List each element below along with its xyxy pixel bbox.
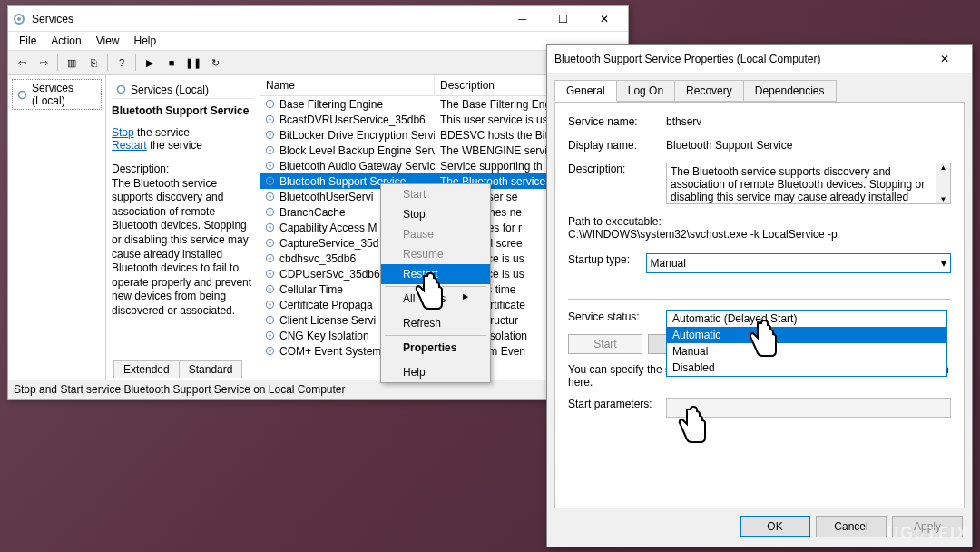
svg-point-21 (269, 226, 270, 228)
svg-point-1 (17, 17, 21, 21)
description-label: Description: (568, 163, 666, 175)
gear-icon (264, 98, 276, 110)
gear-icon (264, 129, 276, 141)
description-text: The Bluetooth service supports discovery… (112, 177, 254, 319)
export-button[interactable]: ⎘ (83, 53, 103, 73)
svg-point-7 (269, 118, 270, 120)
menu-file[interactable]: File (12, 33, 44, 49)
scrollbar[interactable]: ▲▼ (936, 163, 950, 203)
pause-button[interactable]: ❚❚ (183, 53, 203, 73)
start-button[interactable]: Start (568, 334, 642, 354)
gear-icon (264, 252, 276, 264)
combo-option-automatic-delayed-start-[interactable]: Automatic (Delayed Start) (667, 310, 946, 327)
close-button[interactable]: ✕ (924, 47, 965, 71)
close-button[interactable]: ✕ (583, 7, 624, 31)
chevron-down-icon: ▾ (941, 257, 946, 270)
maximize-button[interactable]: ☐ (543, 7, 583, 31)
menu-help[interactable]: Help (127, 33, 164, 49)
gear-icon (264, 113, 276, 125)
statusbar: Stop and Start service Bluetooth Support… (8, 380, 628, 399)
cancel-button[interactable]: Cancel (816, 516, 887, 537)
tab-dependencies[interactable]: Dependencies (743, 80, 837, 102)
svg-point-33 (269, 319, 270, 320)
dialog-title: Bluetooth Support Service Properties (Lo… (554, 53, 924, 65)
svg-point-37 (269, 350, 270, 351)
ctx-start: Start (381, 184, 490, 204)
back-button[interactable]: ⇦ (12, 53, 32, 73)
svg-point-31 (269, 303, 270, 305)
start-params-input (666, 398, 951, 418)
ctx-refresh[interactable]: Refresh (381, 313, 490, 333)
display-name-label: Display name: (568, 139, 666, 152)
ok-button[interactable]: OK (740, 516, 810, 537)
selected-service-title: Bluetooth Support Service (112, 104, 254, 117)
description-box: The Bluetooth service supports discovery… (666, 163, 951, 204)
display-name-value: Bluetooth Support Service (666, 139, 951, 152)
description-label: Description: (112, 163, 254, 177)
minimize-button[interactable]: ─ (502, 7, 543, 31)
context-menu: StartStopPauseResumeRestartAll TasksRefr… (380, 183, 491, 383)
tree-item-services-local[interactable]: Services (Local) (12, 79, 102, 110)
svg-point-29 (269, 288, 270, 290)
svg-point-2 (18, 91, 25, 98)
gear-icon (264, 160, 276, 172)
gear-icon (264, 206, 276, 218)
tab-extended[interactable]: Extended (113, 360, 180, 378)
window-title: Services (32, 13, 502, 25)
gear-icon (264, 283, 276, 295)
column-name[interactable]: Name (260, 75, 435, 95)
tab-standard[interactable]: Standard (179, 360, 243, 378)
gear-icon (264, 345, 276, 357)
path-label: Path to executable: (568, 215, 951, 228)
show-hide-button[interactable]: ▥ (62, 53, 82, 73)
tab-logon[interactable]: Log On (616, 80, 675, 102)
ctx-stop[interactable]: Stop (381, 204, 490, 224)
path-value: C:\WINDOWS\system32\svchost.exe -k Local… (568, 228, 951, 241)
svg-point-35 (269, 334, 270, 336)
stop-link[interactable]: Stop (112, 126, 134, 139)
tab-general[interactable]: General (554, 80, 617, 102)
svg-point-25 (269, 257, 270, 259)
ctx-restart[interactable]: Restart (381, 264, 490, 284)
play-button[interactable]: ▶ (140, 53, 160, 73)
svg-point-5 (269, 103, 270, 104)
combo-option-disabled[interactable]: Disabled (667, 360, 946, 376)
ctx-properties[interactable]: Properties (381, 338, 490, 358)
gear-icon (264, 175, 276, 187)
ctx-help[interactable]: Help (381, 362, 490, 382)
service-name-value: bthserv (666, 115, 951, 128)
gear-icon (264, 314, 276, 326)
properties-dialog: Bluetooth Support Service Properties (Lo… (546, 44, 973, 547)
svg-point-13 (269, 164, 270, 166)
ctx-all-tasks[interactable]: All Tasks (381, 289, 490, 309)
help-button[interactable]: ? (112, 53, 132, 73)
gear-icon (264, 237, 276, 249)
svg-point-17 (269, 195, 270, 197)
svg-point-11 (269, 149, 270, 151)
titlebar[interactable]: Services ─ ☐ ✕ (8, 6, 628, 32)
combo-option-manual[interactable]: Manual (667, 343, 946, 360)
ctx-pause: Pause (381, 224, 490, 244)
ctx-resume: Resume (381, 244, 490, 264)
menu-action[interactable]: Action (44, 33, 88, 49)
start-params-label: Start parameters: (568, 398, 666, 410)
svg-point-9 (269, 133, 270, 135)
gear-icon (264, 330, 276, 341)
tab-recovery[interactable]: Recovery (674, 80, 744, 102)
service-status-label: Service status: (568, 310, 666, 323)
forward-button[interactable]: ⇨ (34, 53, 54, 73)
gear-icon (115, 84, 127, 95)
gear-icon (264, 222, 276, 233)
svg-point-27 (269, 272, 270, 274)
svg-point-19 (269, 211, 270, 212)
restart-button[interactable]: ↻ (205, 53, 225, 73)
stop-button[interactable]: ■ (162, 53, 181, 73)
menubar: File Action View Help (8, 32, 628, 50)
svg-point-3 (117, 85, 124, 93)
gear-icon (264, 268, 276, 280)
tree-pane: Services (Local) (8, 75, 106, 384)
menu-view[interactable]: View (89, 33, 127, 49)
restart-link[interactable]: Restart (112, 139, 147, 152)
combo-option-automatic[interactable]: Automatic (667, 327, 946, 343)
startup-type-combo[interactable]: Manual ▾ (646, 253, 951, 273)
